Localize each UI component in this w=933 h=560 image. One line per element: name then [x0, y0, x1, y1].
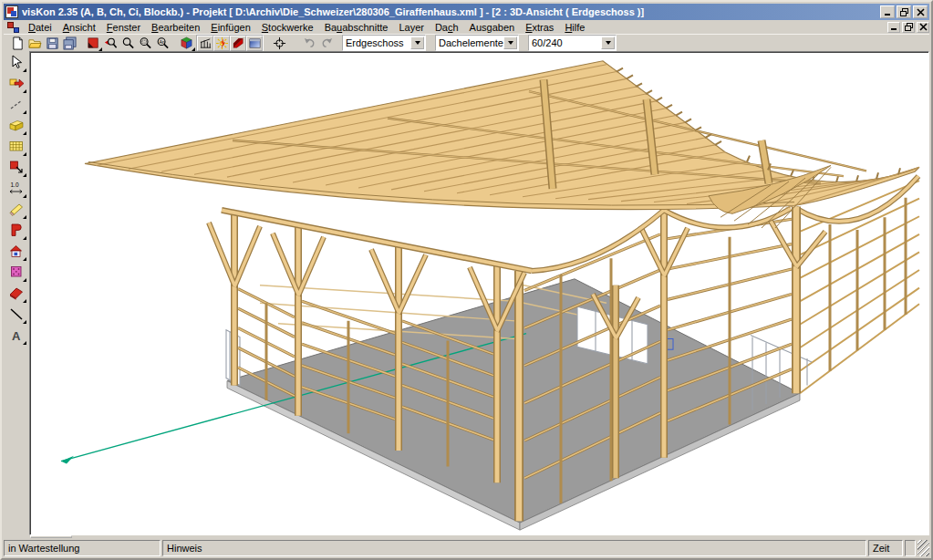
flyout-arrow-icon — [23, 194, 26, 198]
tool-palette: 1.0A — [4, 51, 29, 538]
status-bar: in Wartestellung Hinweis Zeit — [4, 538, 929, 556]
work-area: 1.0A — [4, 51, 929, 538]
redo-button[interactable] — [318, 36, 336, 51]
house-tool[interactable] — [6, 241, 26, 261]
profile-select[interactable]: 60/240 — [528, 35, 617, 51]
element-select[interactable]: Dachelemente — [435, 35, 519, 51]
mesh-tool[interactable] — [6, 262, 26, 282]
status-hint: Hinweis — [162, 540, 866, 556]
open-file-button[interactable] — [26, 36, 44, 51]
menu-ansicht[interactable]: Ansicht — [57, 21, 101, 34]
svg-text:A: A — [12, 329, 21, 343]
restore-button[interactable] — [897, 5, 911, 18]
view-wireframe-button[interactable] — [197, 36, 213, 51]
menu-fenster[interactable]: Fenster — [101, 21, 146, 34]
window-title: visKon 2.35 (A, B, Ch, Ci, Blockb.) - Pr… — [22, 6, 880, 17]
new-file-button[interactable] — [9, 36, 26, 51]
shade-icon — [248, 36, 262, 50]
move-copy-tool[interactable] — [6, 73, 26, 93]
measure-tool[interactable] — [6, 94, 26, 114]
save-file-button[interactable] — [44, 36, 61, 51]
roof-tool[interactable] — [6, 283, 26, 303]
flyout-arrow-icon — [23, 89, 26, 93]
status-mode: in Wartestellung — [4, 540, 161, 556]
zoom-in-button[interactable] — [119, 36, 137, 51]
zoom-fit-button[interactable]: An — [154, 36, 171, 51]
restore-button[interactable] — [902, 22, 915, 33]
component-tool[interactable] — [6, 157, 26, 177]
status-time: Zeit — [868, 540, 903, 556]
view-shaded-button[interactable] — [246, 36, 263, 51]
flyout-arrow-icon — [23, 236, 26, 240]
flyout-arrow-icon — [192, 47, 195, 51]
flyout-arrow-icon — [23, 320, 26, 324]
view-flag-button[interactable] — [230, 36, 246, 51]
wall-tool[interactable] — [6, 136, 26, 156]
zoomprev-icon — [104, 36, 118, 50]
menu-dach[interactable]: Dach — [430, 21, 464, 34]
select-tool[interactable] — [6, 52, 26, 72]
menu-stockwerke[interactable]: Stockwerke — [256, 21, 319, 34]
save-all-button[interactable] — [61, 36, 78, 51]
render-mode-button[interactable] — [178, 36, 195, 51]
menu-ausgaben[interactable]: Ausgaben — [464, 21, 521, 34]
center-view-button[interactable] — [271, 36, 288, 51]
zoomwin-icon — [139, 36, 152, 50]
menu-bearbeiten[interactable]: Bearbeiten — [146, 21, 205, 34]
zoom-previous-button[interactable] — [102, 36, 119, 51]
minimize-button[interactable] — [887, 22, 900, 33]
menu-layer[interactable]: Layer — [393, 21, 430, 34]
profile-select-value: 60/240 — [529, 37, 601, 48]
zoom-window-button[interactable] — [137, 36, 154, 51]
profile-select-dropdown-arrow[interactable] — [601, 36, 615, 49]
view-mode-group — [196, 35, 264, 52]
flyout-arrow-icon — [23, 152, 26, 156]
undo-button[interactable] — [301, 36, 318, 51]
minimize-button[interactable] — [880, 5, 895, 18]
flyout-arrow-icon — [23, 68, 26, 72]
3d-scene[interactable] — [30, 52, 928, 534]
close-button[interactable] — [917, 22, 929, 33]
zoom-icon — [121, 36, 135, 50]
storey-select-value: Erdgeschoss — [343, 37, 410, 48]
dimension-tool[interactable]: 1.0 — [6, 178, 26, 198]
beam-tool[interactable] — [6, 115, 26, 135]
redo-icon — [320, 36, 334, 50]
menu-hilfe[interactable]: Hilfe — [559, 21, 590, 34]
element-select-dropdown-arrow[interactable] — [503, 36, 517, 49]
line-tool[interactable] — [6, 304, 26, 324]
flyout-arrow-icon — [23, 257, 26, 261]
open-icon — [28, 36, 42, 50]
menu-einfgen[interactable]: Einfügen — [205, 21, 255, 34]
resize-grip[interactable] — [917, 540, 929, 556]
cut-tool[interactable] — [6, 199, 26, 219]
flag-icon — [232, 36, 245, 50]
zoomfit-icon: An — [156, 36, 170, 50]
menu-bauabschnitte[interactable]: Bauabschnitte — [319, 21, 394, 34]
flyout-arrow-icon — [23, 278, 26, 282]
cross-icon — [273, 36, 286, 50]
sun-icon — [215, 36, 229, 50]
viskon-window: { "window": { "title": "visKon 2.35 (A, … — [0, 0, 933, 560]
3d-viewport[interactable] — [29, 51, 929, 535]
menu-bar: DateiAnsichtFensterBearbeitenEinfügenSto… — [4, 20, 929, 34]
view-light-button[interactable] — [213, 36, 230, 51]
close-button[interactable] — [913, 5, 928, 18]
storey-select-dropdown-arrow[interactable] — [410, 36, 424, 49]
mdi-document-icon[interactable] — [7, 22, 19, 33]
right-wall[interactable] — [796, 176, 919, 393]
save-icon — [46, 36, 59, 50]
text-tool[interactable]: A — [6, 325, 26, 345]
svg-text:1.0: 1.0 — [11, 181, 19, 188]
wire-icon — [199, 36, 213, 50]
flyout-arrow-icon — [23, 110, 26, 114]
storey-select[interactable]: Erdgeschoss — [342, 35, 426, 51]
flyout-arrow-icon — [23, 131, 26, 135]
flyout-arrow-icon — [23, 341, 26, 345]
profile-tool[interactable] — [6, 220, 26, 240]
color-settings-button[interactable] — [85, 36, 102, 51]
roof[interactable] — [85, 61, 919, 228]
title-bar[interactable]: visKon 2.35 (A, B, Ch, Ci, Blockb.) - Pr… — [4, 4, 929, 20]
menu-datei[interactable]: Datei — [23, 21, 57, 34]
menu-extras[interactable]: Extras — [520, 21, 559, 34]
